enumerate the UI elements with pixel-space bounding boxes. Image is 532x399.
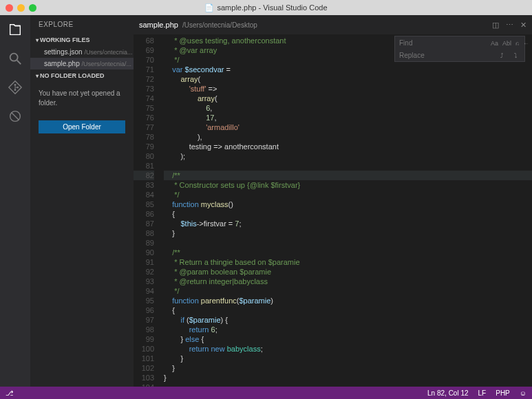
editor: sample.php /Users/ontecnia/Desktop ◫ ⋯ ✕…	[134, 15, 532, 387]
svg-line-1	[17, 61, 21, 65]
status-feedback-icon[interactable]: ☺	[520, 389, 526, 397]
tab-path: /Users/ontecnia/Desktop	[182, 21, 257, 29]
status-bar: ⎇ Ln 82, Col 12 LF PHP ☺	[0, 387, 532, 399]
replace-all-icon[interactable]: ⤵	[511, 51, 520, 59]
sidebar-title: EXPLORE	[30, 15, 134, 34]
search-icon[interactable]	[8, 51, 23, 66]
no-folder-message: You have not yet opened a folder.	[30, 82, 134, 115]
sidebar: EXPLORE WORKING FILES settings.json /Use…	[30, 15, 134, 387]
status-git-icon[interactable]: ⎇	[6, 389, 14, 397]
prev-match-icon[interactable]: ←	[523, 39, 529, 47]
match-case-icon[interactable]: Aa	[491, 39, 498, 47]
window-title: sample.php - Visual Studio Code	[217, 3, 327, 12]
svg-line-8	[12, 113, 19, 120]
status-eol[interactable]: LF	[478, 389, 487, 397]
file-icon: 📄	[204, 3, 214, 12]
replace-input[interactable]	[399, 52, 493, 59]
match-word-icon[interactable]: Abl	[502, 39, 511, 47]
working-files-header[interactable]: WORKING FILES	[30, 34, 134, 46]
titlebar: 📄 sample.php - Visual Studio Code	[0, 0, 532, 15]
activity-bar	[0, 15, 30, 387]
git-icon[interactable]	[8, 80, 23, 95]
file-item[interactable]: sample.php /Users/ontecnia/...	[30, 58, 134, 69]
open-folder-button[interactable]: Open Folder	[39, 120, 125, 133]
tab-name[interactable]: sample.php	[139, 21, 178, 29]
explorer-icon[interactable]	[8, 22, 23, 37]
tab-bar: sample.php /Users/ontecnia/Desktop ◫ ⋯ ✕	[134, 15, 532, 34]
status-language[interactable]: PHP	[496, 389, 510, 397]
svg-point-0	[10, 54, 18, 61]
split-editor-icon[interactable]: ◫	[492, 21, 499, 30]
status-position[interactable]: Ln 82, Col 12	[427, 389, 469, 397]
debug-icon[interactable]	[8, 109, 23, 124]
code-area[interactable]: 6869707172737475767778798081828384858687…	[134, 34, 532, 387]
close-window[interactable]	[6, 4, 13, 12]
line-gutter: 6869707172737475767778798081828384858687…	[134, 34, 160, 387]
find-input[interactable]	[399, 39, 487, 47]
window-controls	[0, 4, 36, 12]
close-tab-icon[interactable]: ✕	[520, 21, 526, 30]
no-folder-header[interactable]: NO FOLDER LOADED	[30, 69, 134, 82]
maximize-window[interactable]	[29, 4, 36, 12]
file-item[interactable]: settings.json /Users/ontecnia...	[30, 46, 134, 58]
replace-one-icon[interactable]: ⤴	[497, 51, 507, 59]
more-icon[interactable]: ⋯	[506, 21, 513, 30]
find-widget: Aa Abl ⎌ ← → ≡ ✕ ⤴ ⤵	[394, 36, 525, 62]
minimize-window[interactable]	[17, 4, 25, 12]
code-content[interactable]: * @uses testing, anotherconstant * @var …	[160, 34, 532, 387]
regex-icon[interactable]: ⎌	[515, 39, 519, 47]
